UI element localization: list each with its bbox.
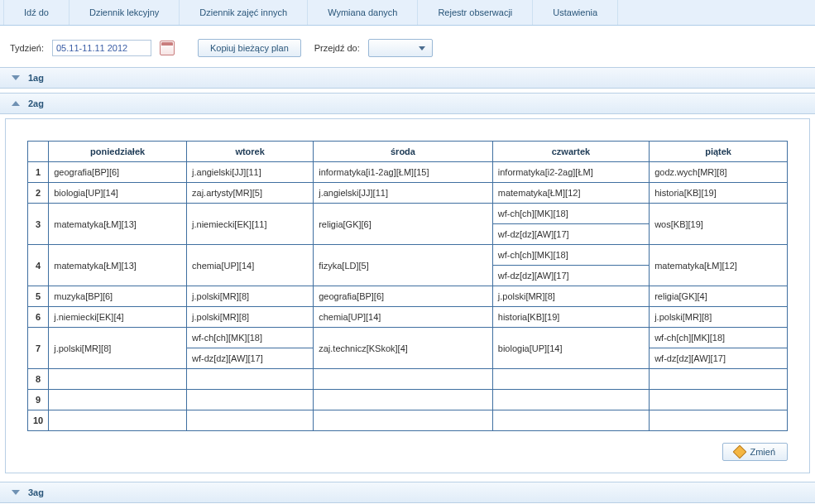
pencil-icon: [733, 445, 747, 459]
section-1ag[interactable]: 1ag: [0, 67, 815, 89]
section-2ag[interactable]: 2ag: [0, 93, 815, 114]
lesson-cell[interactable]: [492, 410, 649, 431]
chevron-down-icon: [12, 490, 20, 495]
lesson-cell[interactable]: [187, 410, 314, 431]
lesson-cell[interactable]: matematyka[ŁM][12]: [650, 245, 788, 286]
lesson-cell[interactable]: chemia[UP][14]: [314, 307, 493, 328]
lesson-cell[interactable]: wf-ch[ch][MK][18]wf-dz[dz][AW][17]: [187, 328, 314, 369]
period-num: 6: [28, 307, 49, 328]
table-row: 9: [28, 390, 788, 410]
goto-label: Przejdź do:: [314, 43, 360, 53]
table-row: 3 matematyka[ŁM][13] j.niemiecki[EK][11]…: [28, 204, 788, 245]
edit-button[interactable]: Zmień: [722, 443, 788, 461]
lesson-cell[interactable]: [650, 369, 788, 390]
lesson-cell[interactable]: [650, 390, 788, 410]
chevron-up-icon: [12, 101, 20, 106]
period-num: 7: [28, 328, 49, 369]
section-title: 1ag: [28, 73, 44, 83]
lesson-cell[interactable]: [314, 369, 493, 390]
period-num: 4: [28, 245, 49, 286]
lesson-cell[interactable]: wf-ch[ch][MK][18]wf-dz[dz][AW][17]: [650, 328, 788, 369]
period-num: 8: [28, 369, 49, 390]
timetable: poniedziałek wtorek środa czwartek piąte…: [27, 141, 788, 431]
lesson-cell[interactable]: j.angielski[JJ][11]: [187, 162, 314, 183]
section-title: 2ag: [28, 98, 44, 108]
edit-button-label: Zmień: [750, 447, 775, 457]
tab-lesson[interactable]: Dziennik lekcyjny: [70, 0, 180, 25]
section-title: 3ag: [28, 487, 44, 497]
lesson-cell[interactable]: j.polski[MR][8]: [650, 307, 788, 328]
main-tabs: Idź do Dziennik lekcyjny Dziennik zajęć …: [0, 0, 815, 26]
chevron-down-icon: [12, 75, 20, 80]
lesson-cell[interactable]: j.polski[MR][8]: [49, 328, 187, 369]
section-3ag[interactable]: 3ag: [0, 482, 815, 503]
lesson-cell[interactable]: [314, 390, 493, 410]
table-row: 6 j.niemiecki[EK][4] j.polski[MR][8] che…: [28, 307, 788, 328]
period-num: 5: [28, 286, 49, 307]
col-thu: czwartek: [492, 142, 649, 162]
lesson-cell[interactable]: wos[KB][19]: [650, 204, 788, 245]
table-row: 5 muzyka[BP][6] j.polski[MR][8] geografi…: [28, 286, 788, 307]
copy-plan-button[interactable]: Kopiuj bieżący plan: [198, 39, 301, 57]
lesson-cell[interactable]: biologia[UP][14]: [492, 328, 649, 369]
lesson-cell[interactable]: matematyka[ŁM][13]: [49, 245, 187, 286]
lesson-cell[interactable]: [49, 369, 187, 390]
lesson-cell[interactable]: religia[GK][4]: [650, 286, 788, 307]
lesson-cell[interactable]: informatyka[i2-2ag][ŁM]: [492, 162, 649, 183]
table-row: 8: [28, 369, 788, 390]
table-row: 1 geografia[BP][6] j.angielski[JJ][11] i…: [28, 162, 788, 183]
lesson-cell[interactable]: biologia[UP][14]: [49, 183, 187, 204]
lesson-cell[interactable]: wf-ch[ch][MK][18]wf-dz[dz][AW][17]: [492, 204, 649, 245]
lesson-cell[interactable]: matematyka[ŁM][12]: [492, 183, 649, 204]
col-number: [28, 142, 49, 162]
tab-goto[interactable]: Idź do: [3, 0, 70, 25]
lesson-cell[interactable]: wf-ch[ch][MK][18]wf-dz[dz][AW][17]: [492, 245, 649, 286]
lesson-cell[interactable]: j.polski[MR][8]: [187, 286, 314, 307]
lesson-cell[interactable]: [49, 410, 187, 431]
tab-observ[interactable]: Rejestr obserwacji: [418, 0, 533, 25]
period-num: 9: [28, 390, 49, 410]
period-num: 1: [28, 162, 49, 183]
calendar-icon[interactable]: [160, 41, 175, 55]
lesson-cell[interactable]: informatyka[i1-2ag][ŁM][15]: [314, 162, 493, 183]
lesson-cell[interactable]: [492, 390, 649, 410]
lesson-cell[interactable]: [650, 410, 788, 431]
lesson-cell[interactable]: j.polski[MR][8]: [492, 286, 649, 307]
col-tue: wtorek: [187, 142, 314, 162]
lesson-cell[interactable]: historia[KB][19]: [650, 183, 788, 204]
lesson-cell[interactable]: chemia[UP][14]: [187, 245, 314, 286]
week-input[interactable]: [52, 40, 151, 56]
lesson-cell[interactable]: matematyka[ŁM][13]: [49, 204, 187, 245]
lesson-cell[interactable]: muzyka[BP][6]: [49, 286, 187, 307]
tab-other[interactable]: Dziennik zajęć innych: [180, 0, 308, 25]
lesson-cell[interactable]: godz.wych[MR][8]: [650, 162, 788, 183]
lesson-cell[interactable]: geografia[BP][6]: [49, 162, 187, 183]
lesson-cell[interactable]: fizyka[LD][5]: [314, 245, 493, 286]
lesson-cell[interactable]: historia[KB][19]: [492, 307, 649, 328]
lesson-cell[interactable]: [187, 369, 314, 390]
lesson-cell[interactable]: j.niemiecki[EK][11]: [187, 204, 314, 245]
lesson-cell[interactable]: [187, 390, 314, 410]
action-row: Zmień: [27, 443, 788, 461]
col-wed: środa: [314, 142, 493, 162]
lesson-cell[interactable]: j.angielski[JJ][11]: [314, 183, 493, 204]
week-label: Tydzień:: [10, 43, 44, 53]
goto-select[interactable]: [368, 39, 433, 57]
lesson-cell[interactable]: [314, 410, 493, 431]
lesson-cell[interactable]: religia[GK][6]: [314, 204, 493, 245]
lesson-cell[interactable]: geografia[BP][6]: [314, 286, 493, 307]
period-num: 10: [28, 410, 49, 431]
col-fri: piątek: [650, 142, 788, 162]
lesson-cell[interactable]: [492, 369, 649, 390]
tab-settings[interactable]: Ustawienia: [533, 0, 618, 25]
lesson-cell[interactable]: zaj.artysty[MR][5]: [187, 183, 314, 204]
lesson-cell[interactable]: j.polski[MR][8]: [187, 307, 314, 328]
table-row: 4 matematyka[ŁM][13] chemia[UP][14] fizy…: [28, 245, 788, 286]
tab-exchange[interactable]: Wymiana danych: [308, 0, 418, 25]
lesson-cell[interactable]: j.niemiecki[EK][4]: [49, 307, 187, 328]
lesson-cell[interactable]: [49, 390, 187, 410]
col-mon: poniedziałek: [49, 142, 187, 162]
lesson-cell[interactable]: zaj.technicz[KSkok][4]: [314, 328, 493, 369]
table-row: 2 biologia[UP][14] zaj.artysty[MR][5] j.…: [28, 183, 788, 204]
timetable-panel: poniedziałek wtorek środa czwartek piąte…: [5, 118, 810, 473]
